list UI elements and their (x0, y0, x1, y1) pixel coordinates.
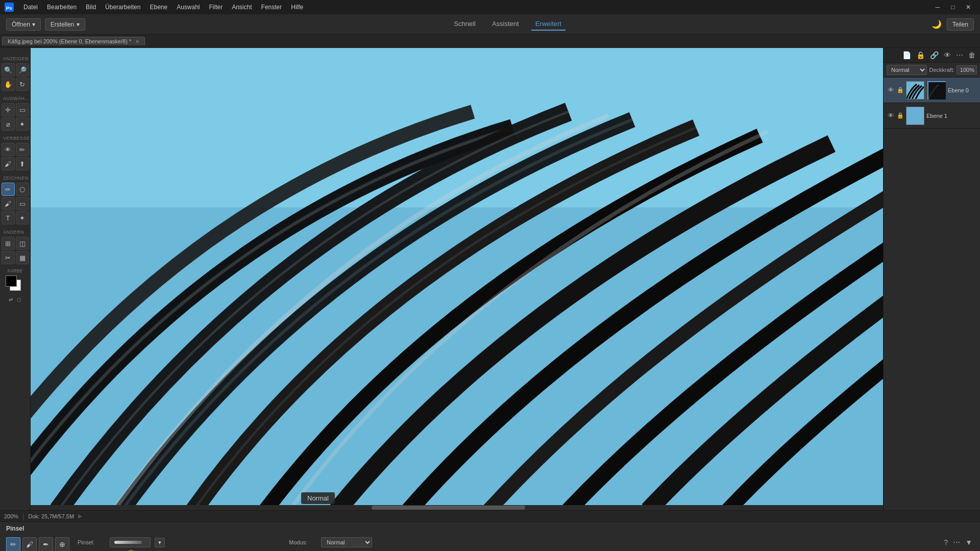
section-zeichnen-label: ZEICHNEN (2, 176, 28, 181)
layer-1-name: Ebene 1 (926, 113, 977, 119)
recomp-tool[interactable]: ◫ (16, 237, 29, 250)
straighten-tool[interactable]: ✂ (2, 251, 15, 264)
collapse-icon[interactable]: ▼ (964, 537, 974, 547)
section-anzeigen-label: ANZEIGEN (2, 56, 28, 61)
blend-mode-select[interactable]: Normal (887, 65, 927, 75)
minimize-button[interactable]: ─ (930, 0, 945, 14)
brush-smart-btn[interactable]: ⊕ (55, 537, 69, 551)
swap-colors-icon[interactable]: ⇄ (9, 297, 13, 303)
menu-bearbeiten[interactable]: Bearbeiten (43, 3, 81, 12)
layer-item-0[interactable]: 👁 🔒 (884, 78, 980, 103)
main-layout: ANZEIGEN 🔍 🔎 ✋ ↻ AUSWÄH... ✛ ▭ ⌀ ✦ VERBE… (0, 48, 980, 510)
shape-tool[interactable]: ▭ (16, 197, 29, 210)
mode-label: Modus: (289, 539, 317, 545)
open-button[interactable]: Öffnen ▾ (6, 18, 41, 31)
file-tab[interactable]: Käfig.jpeg bei 200% (Ebene 0, Ebenenmask… (2, 37, 145, 45)
open-chevron-icon: ▾ (32, 21, 35, 28)
mode-erweitert[interactable]: Erweitert (531, 18, 566, 31)
maximize-button[interactable]: □ (945, 0, 961, 14)
layer-1-lock-icon: 🔒 (897, 112, 904, 119)
spot-heal-tool[interactable]: ✏ (16, 143, 29, 156)
menu-datei[interactable]: Datei (19, 3, 42, 12)
zoom-out-tool[interactable]: 🔎 (16, 63, 29, 77)
mode-buttons: Schnell Assistent Erweitert (450, 18, 566, 31)
mode-schnell[interactable]: Schnell (450, 18, 480, 31)
panel-link-icon[interactable]: 🔗 (928, 50, 940, 60)
doc-info: Dok: 25,7M/57,5M (28, 513, 74, 519)
rotate-view-tool[interactable]: ↻ (16, 78, 29, 91)
auswahl-row1: ✛ ▭ (2, 103, 29, 116)
help-icon[interactable]: ? (942, 537, 949, 547)
redeye-tool[interactable]: 👁 (2, 143, 15, 156)
menu-ansicht[interactable]: Ansicht (228, 3, 256, 12)
brush-preview[interactable] (110, 537, 151, 547)
open-label: Öffnen (12, 21, 30, 28)
smudge-tool[interactable]: ⬆ (16, 157, 29, 170)
foreground-color-swatch[interactable] (6, 276, 17, 287)
eraser-tool[interactable]: ⬡ (16, 183, 29, 196)
mode-assistent[interactable]: Assistent (488, 18, 523, 31)
app-icon: Ps (4, 2, 14, 12)
hand-tool[interactable]: ✋ (2, 78, 15, 91)
menu-hilfe[interactable]: Hilfe (287, 3, 307, 12)
paint-bucket-tool[interactable]: 🖌 (2, 197, 15, 210)
panel-delete-icon[interactable]: 🗑 (967, 50, 977, 60)
close-button[interactable]: ✕ (961, 0, 976, 14)
rect-select-tool[interactable]: ▭ (16, 103, 29, 116)
opacity-value: 100% (957, 65, 977, 74)
moon-icon[interactable]: 🌙 (930, 18, 943, 30)
move-tool[interactable]: ✛ (2, 103, 15, 116)
menu-bild[interactable]: Bild (82, 3, 100, 12)
crop-tool[interactable]: ⊞ (2, 237, 15, 250)
create-chevron-icon: ▾ (77, 21, 80, 28)
andern-row2: ✂ ▦ (2, 251, 29, 264)
layer-1-visibility-icon[interactable]: 👁 (887, 112, 895, 119)
menu-ebene[interactable]: Ebene (145, 3, 172, 12)
anzeigen-row1: 🔍 🔎 (2, 63, 29, 77)
layer-0-lock-icon: 🔒 (897, 87, 904, 93)
mode-select[interactable]: Normal (321, 537, 372, 547)
panel-new-icon[interactable]: 📄 (901, 50, 913, 60)
reset-colors-icon[interactable]: ⬡ (17, 297, 21, 303)
custom-shape-tool[interactable]: ✦ (16, 211, 29, 224)
modus-label: Normal (301, 492, 335, 504)
color-swatches[interactable] (6, 276, 25, 295)
layer-item-1[interactable]: 👁 🔒 Ebene 1 (884, 103, 980, 129)
panel-more-icon[interactable]: ⋯ (954, 50, 965, 60)
brush-color-replacement-btn[interactable]: ✒ (39, 537, 53, 551)
options-menu-icon[interactable]: ⋯ (951, 537, 962, 547)
brush-normal-btn[interactable]: ✏ (6, 537, 20, 551)
h-scrollbar-thumb[interactable] (372, 506, 525, 510)
menu-auswahl[interactable]: Auswahl (173, 3, 204, 12)
brush-impressionist-btn[interactable]: 🖌 (22, 537, 37, 551)
clone-tool[interactable]: 🖌 (2, 157, 15, 170)
brush-label: Pinsel: (78, 539, 106, 545)
verbesse-row2: 🖌 ⬆ (2, 157, 29, 170)
magic-wand-tool[interactable]: ✦ (16, 117, 29, 131)
opacity-label: Deckkraft: (929, 67, 954, 73)
panel-toolbar: 📄 🔒 🔗 👁 ⋯ 🗑 (884, 48, 980, 63)
window-controls: ─ □ ✕ (930, 0, 976, 14)
menu-fenster[interactable]: Fenster (257, 3, 286, 12)
menu-ueberarbeiten[interactable]: Überarbeiten (101, 3, 144, 12)
brush-dropdown-btn[interactable]: ▾ (155, 538, 165, 547)
tab-filename: Käfig.jpeg bei 200% (Ebene 0, Ebenenmask… (8, 38, 131, 44)
panel-visibility-icon[interactable]: 👁 (942, 50, 952, 60)
zeichnen-row2: 🖌 ▭ (2, 197, 29, 210)
mode-row: Modus: Normal (289, 537, 372, 547)
zoom-level: 200% (4, 513, 18, 519)
share-button[interactable]: Teilen (947, 18, 974, 31)
menu-filter[interactable]: Filter (205, 3, 227, 12)
close-tab-icon[interactable]: ✕ (135, 39, 139, 44)
zoom-in-tool[interactable]: 🔍 (2, 63, 15, 77)
canvas-image (31, 48, 883, 510)
create-button[interactable]: Erstellen ▾ (45, 18, 85, 31)
text-tool[interactable]: T (2, 211, 15, 224)
zeichnen-row1: ✏ ⬡ (2, 183, 29, 196)
h-scrollbar[interactable] (31, 505, 883, 510)
panel-lock-icon[interactable]: 🔒 (915, 50, 926, 60)
lasso-tool[interactable]: ⌀ (2, 117, 15, 131)
3d-tool[interactable]: ▦ (16, 251, 29, 264)
layer-0-visibility-icon[interactable]: 👁 (887, 86, 895, 94)
brush-tool[interactable]: ✏ (2, 183, 15, 196)
